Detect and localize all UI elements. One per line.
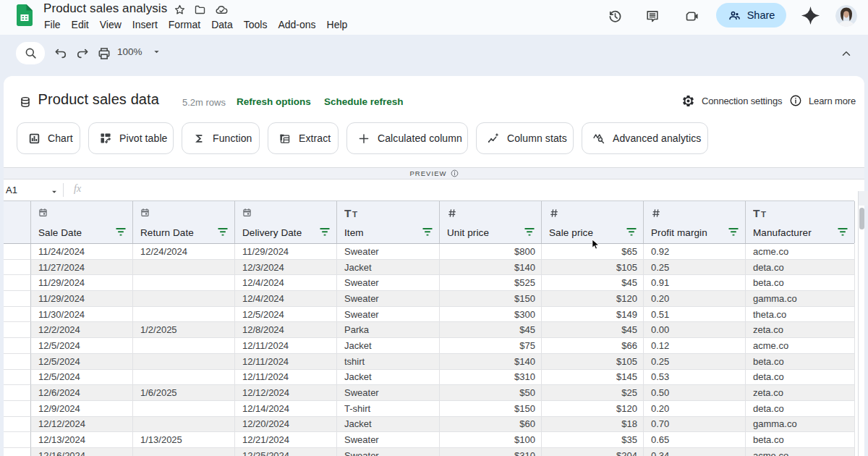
cell[interactable]: $45 [440, 322, 542, 338]
cell[interactable]: Jacket [337, 260, 440, 276]
row-gutter-cell[interactable] [4, 401, 31, 417]
cell[interactable]: 1/6/2025 [133, 385, 235, 401]
cell[interactable]: $18 [542, 417, 644, 433]
row-gutter-cell[interactable] [4, 244, 31, 260]
cell[interactable]: 0.70 [644, 417, 746, 433]
cell[interactable]: $150 [440, 401, 542, 417]
cell[interactable]: $310 [440, 370, 542, 386]
cell[interactable]: Jacket [337, 338, 440, 354]
column-header-item[interactable]: TTItem [337, 201, 440, 243]
cell[interactable]: beta.co [746, 432, 855, 448]
menu-file[interactable]: File [39, 17, 67, 32]
cell[interactable]: 12/4/2024 [235, 275, 337, 291]
cell[interactable]: 12/20/2024 [235, 417, 337, 433]
row-gutter-cell[interactable] [4, 260, 31, 276]
menu-edit[interactable]: Edit [66, 17, 94, 32]
connection-settings-button[interactable]: Connection settings [681, 94, 782, 108]
row-gutter-cell[interactable] [4, 275, 31, 291]
cell[interactable]: $100 [440, 432, 542, 448]
cell[interactable]: 11/29/2024 [235, 244, 337, 260]
cell[interactable]: 12/24/2024 [133, 244, 235, 260]
cell[interactable] [133, 448, 235, 456]
cell[interactable]: 11/29/2024 [31, 275, 133, 291]
filter-icon[interactable] [218, 228, 228, 236]
function-button[interactable]: Function [182, 122, 260, 154]
video-call-icon[interactable] [683, 7, 700, 25]
row-gutter-cell[interactable] [4, 354, 31, 370]
column-header-unit-price[interactable]: Unit price [440, 201, 542, 243]
column-header-sale-date[interactable]: Sale Date [31, 201, 133, 243]
cell[interactable]: $25 [542, 385, 644, 401]
cell[interactable]: $50 [440, 385, 542, 401]
filter-icon[interactable] [422, 228, 433, 236]
cell[interactable]: $204 [542, 448, 644, 456]
cell[interactable]: $120 [542, 401, 644, 417]
schedule-refresh-link[interactable]: Schedule refresh [324, 96, 404, 107]
cell[interactable] [133, 401, 235, 417]
cell[interactable]: $35 [542, 432, 644, 448]
row-gutter-cell[interactable] [4, 322, 31, 338]
redo-icon[interactable] [74, 45, 91, 62]
cell[interactable] [133, 291, 235, 307]
refresh-options-link[interactable]: Refresh options [237, 96, 311, 107]
cell[interactable]: gamma.co [746, 291, 855, 307]
preview-info-icon[interactable] [451, 169, 459, 177]
cell[interactable]: 12/2/2024 [31, 322, 133, 338]
row-gutter-cell[interactable] [4, 307, 31, 323]
cell[interactable]: gamma.co [746, 417, 855, 433]
cell[interactable]: 0.51 [644, 307, 746, 323]
cell[interactable]: Sweater [337, 244, 440, 260]
cell[interactable]: 0.25 [644, 260, 746, 276]
zoom-control[interactable]: 100% [117, 46, 161, 57]
column-header-profit-margin[interactable]: Profit margin [644, 201, 746, 243]
cell[interactable]: acme.co [746, 338, 855, 354]
history-icon[interactable] [606, 7, 624, 25]
cell[interactable]: Sweater [337, 448, 440, 456]
cell[interactable]: 12/14/2024 [235, 401, 337, 417]
scrollbar-thumb[interactable] [859, 208, 864, 229]
cell[interactable]: Sweater [337, 275, 440, 291]
row-gutter-cell[interactable] [4, 417, 31, 433]
column-stats-button[interactable]: Column stats [476, 122, 574, 154]
cell[interactable]: 12/11/2024 [235, 370, 337, 386]
column-header-return-date[interactable]: Return Date [133, 201, 235, 243]
cell[interactable]: 12/11/2024 [235, 354, 337, 370]
cell[interactable]: Jacket [337, 370, 440, 386]
star-icon[interactable] [174, 4, 186, 15]
cell[interactable]: $105 [542, 260, 644, 276]
cell[interactable]: 12/8/2024 [235, 322, 337, 338]
chart-button[interactable]: Chart [17, 122, 80, 154]
cell[interactable]: $45 [542, 275, 644, 291]
cell[interactable]: 12/3/2024 [235, 260, 337, 276]
move-folder-icon[interactable] [194, 4, 206, 15]
name-box-caret-icon[interactable] [51, 188, 58, 195]
cell[interactable]: tshirt [337, 354, 440, 370]
cell[interactable]: 12/11/2024 [235, 338, 337, 354]
cell[interactable]: Sweater [337, 291, 440, 307]
row-gutter-cell[interactable] [4, 370, 31, 386]
menu-insert[interactable]: Insert [127, 17, 163, 32]
cell[interactable]: 12/12/2024 [235, 385, 337, 401]
cloud-status-icon[interactable] [215, 4, 229, 15]
filter-icon[interactable] [728, 228, 739, 236]
cell[interactable]: $800 [440, 244, 542, 260]
column-header-sale-price[interactable]: Sale price [542, 201, 644, 243]
cell[interactable]: beta.co [746, 354, 855, 370]
cell[interactable]: 12/5/2024 [31, 354, 133, 370]
cell[interactable]: $140 [440, 260, 542, 276]
calculated-column-button[interactable]: Calculated column [346, 122, 468, 154]
cell[interactable]: 12/6/2024 [31, 385, 133, 401]
cell[interactable]: 12/21/2024 [235, 432, 337, 448]
cell[interactable]: Sweater [337, 432, 440, 448]
cell[interactable] [133, 354, 235, 370]
row-gutter-cell[interactable] [4, 448, 31, 456]
cell[interactable]: 1/2/2025 [133, 322, 235, 338]
cell[interactable]: Sweater [337, 385, 440, 401]
row-gutter-cell[interactable] [4, 385, 31, 401]
cell[interactable]: $45 [542, 322, 644, 338]
chevron-up-icon[interactable] [838, 45, 855, 62]
menu-help[interactable]: Help [321, 17, 353, 32]
menu-data[interactable]: Data [206, 17, 239, 32]
cell[interactable]: 12/16/2024 [31, 448, 133, 456]
cell[interactable]: $150 [440, 291, 542, 307]
